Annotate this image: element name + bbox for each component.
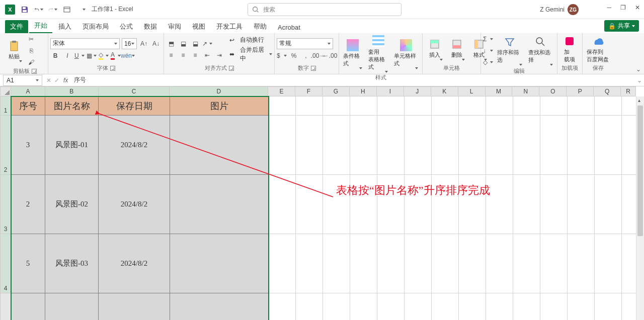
- cell-E2[interactable]: [269, 116, 296, 175]
- column-header-C[interactable]: C: [99, 86, 170, 96]
- column-header-P[interactable]: P: [567, 86, 594, 96]
- search-input[interactable]: 搜索: [248, 3, 401, 16]
- cell-styles-button[interactable]: 单元格样式: [392, 38, 420, 70]
- cell-R1[interactable]: [622, 96, 637, 116]
- cell-R2[interactable]: [622, 116, 637, 175]
- column-header-J[interactable]: J: [404, 86, 431, 96]
- cell-C5[interactable]: [99, 293, 170, 320]
- percent-format-icon[interactable]: %: [289, 51, 299, 61]
- column-header-E[interactable]: E: [268, 86, 295, 96]
- cell-R4[interactable]: [622, 234, 637, 293]
- qat-dropdown-icon[interactable]: [76, 5, 86, 14]
- cell-M2[interactable]: [486, 116, 513, 175]
- expand-formula-bar-icon[interactable]: ⌄: [635, 77, 644, 84]
- column-header-N[interactable]: N: [512, 86, 539, 96]
- cancel-formula-icon[interactable]: ✕: [46, 77, 51, 84]
- column-header-H[interactable]: H: [350, 86, 377, 96]
- align-bottom-icon[interactable]: ⬓: [190, 39, 200, 49]
- clear-icon[interactable]: ◇: [483, 57, 493, 67]
- column-header-B[interactable]: B: [45, 86, 99, 96]
- cell-B2[interactable]: 风景图-01: [45, 116, 99, 175]
- addins-button[interactable]: 加 载项: [559, 34, 580, 64]
- column-header-L[interactable]: L: [458, 86, 486, 96]
- cell-L1[interactable]: [459, 96, 486, 116]
- cell-M5[interactable]: [486, 293, 513, 320]
- font-size-combo[interactable]: 16: [122, 38, 137, 49]
- cell-E4[interactable]: [269, 234, 296, 293]
- cell-C4[interactable]: 2024/8/2: [99, 234, 170, 293]
- cell-F2[interactable]: [296, 116, 323, 175]
- tab-acrobat[interactable]: Acrobat: [273, 22, 305, 33]
- scrollbar-thumb[interactable]: [637, 105, 643, 236]
- account-area[interactable]: Z Gemini ZG: [540, 4, 579, 15]
- align-top-icon[interactable]: ⬒: [166, 39, 176, 49]
- cell-F5[interactable]: [296, 293, 323, 320]
- cell-I4[interactable]: [377, 234, 405, 293]
- cell-P2[interactable]: [568, 116, 595, 175]
- cell-P3[interactable]: [568, 175, 595, 234]
- autosum-icon[interactable]: Σ: [483, 34, 493, 44]
- cell-P4[interactable]: [568, 234, 595, 293]
- cell-J2[interactable]: [405, 116, 432, 175]
- find-select-button[interactable]: 查找和选择: [526, 35, 555, 67]
- bold-button[interactable]: B: [50, 51, 60, 61]
- align-middle-icon[interactable]: ⬓: [178, 39, 188, 49]
- cell-Q2[interactable]: [595, 116, 622, 175]
- cell-R5[interactable]: [622, 293, 637, 320]
- vertical-scrollbar[interactable]: [636, 96, 644, 320]
- align-left-icon[interactable]: ≡: [166, 50, 176, 60]
- select-all-corner[interactable]: [0, 86, 11, 96]
- orientation-icon[interactable]: ↗: [202, 39, 212, 49]
- cell-J4[interactable]: [405, 234, 432, 293]
- row-header-4[interactable]: 4: [0, 234, 11, 293]
- tab-home[interactable]: 开始: [29, 19, 52, 33]
- wrap-text-button[interactable]: ↩ 自动换行: [229, 36, 272, 44]
- cell-H4[interactable]: [350, 234, 377, 293]
- cell-A4[interactable]: 5: [11, 234, 45, 293]
- cell-L5[interactable]: [459, 293, 486, 320]
- align-launcher-icon[interactable]: [229, 66, 234, 71]
- cell-F4[interactable]: [296, 234, 323, 293]
- cell-E5[interactable]: [269, 293, 296, 320]
- table-format-button[interactable]: 套用 表格格式: [366, 34, 389, 74]
- cell-F1[interactable]: [296, 96, 323, 116]
- cell-O5[interactable]: [540, 293, 568, 320]
- row-header-5[interactable]: [0, 293, 11, 320]
- tab-help[interactable]: 帮助: [249, 20, 272, 33]
- cell-A2[interactable]: 3: [11, 116, 45, 175]
- cell-N3[interactable]: [513, 175, 540, 234]
- cell-B1[interactable]: 图片名称: [45, 96, 99, 116]
- redo-icon[interactable]: [48, 5, 57, 14]
- clipboard-launcher-icon[interactable]: [32, 69, 37, 74]
- align-center-icon[interactable]: ≡: [178, 50, 188, 60]
- cell-D5[interactable]: [170, 293, 269, 320]
- cell-M3[interactable]: [486, 175, 513, 234]
- column-header-A[interactable]: A: [11, 86, 45, 96]
- row-header-3[interactable]: 3: [0, 175, 11, 234]
- save-icon[interactable]: [20, 5, 29, 14]
- cell-O3[interactable]: [540, 175, 568, 234]
- italic-button[interactable]: I: [62, 51, 72, 61]
- cell-O4[interactable]: [540, 234, 568, 293]
- merge-center-button[interactable]: ⬌ 合并后居中: [229, 46, 272, 63]
- cell-G2[interactable]: [323, 116, 350, 175]
- cell-D2[interactable]: [170, 116, 269, 175]
- undo-icon[interactable]: [34, 5, 43, 14]
- row-header-2[interactable]: 2: [0, 116, 11, 175]
- column-header-K[interactable]: K: [431, 86, 458, 96]
- cell-G4[interactable]: [323, 234, 350, 293]
- share-button[interactable]: 🔒 共享: [604, 20, 639, 32]
- tab-review[interactable]: 审阅: [163, 20, 186, 33]
- close-icon[interactable]: ✕: [635, 4, 640, 11]
- cell-I1[interactable]: [377, 96, 405, 116]
- fx-icon[interactable]: fx: [63, 77, 68, 84]
- cell-C2[interactable]: 2024/8/2: [99, 116, 170, 175]
- column-header-I[interactable]: I: [377, 86, 404, 96]
- align-right-icon[interactable]: ≡: [190, 50, 200, 60]
- conditional-format-button[interactable]: 条件格式: [341, 38, 364, 70]
- number-format-combo[interactable]: 常规: [277, 38, 333, 49]
- cell-F3[interactable]: [296, 175, 323, 234]
- collapse-ribbon-icon[interactable]: ⌄: [636, 66, 641, 73]
- copy-icon[interactable]: ⎘: [26, 46, 36, 56]
- cell-L4[interactable]: [459, 234, 486, 293]
